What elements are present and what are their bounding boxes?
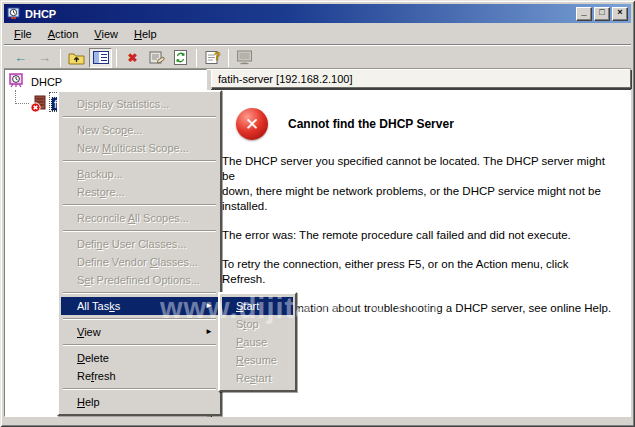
menu-item-all-tasks[interactable]: All Tasks► (61, 297, 218, 315)
show-hide-console-tree-icon[interactable] (89, 48, 112, 68)
menu-help[interactable]: Help (126, 25, 165, 43)
submenu-item-pause: Pause (222, 333, 293, 351)
menu-item-display-statistics: Display Statistics... (61, 95, 218, 113)
toolbar-separator (60, 49, 61, 67)
menu-separator (63, 230, 216, 232)
tree-root-label: DHCP (28, 75, 65, 89)
menu-separator (63, 160, 216, 162)
menu-item-new-multicast-scope: New Multicast Scope... (61, 139, 218, 157)
menu-separator (63, 204, 216, 206)
tree-node-dhcp-root[interactable]: DHCP (8, 73, 65, 90)
menu-item-backup: Backup... (61, 165, 218, 183)
menu-item-refresh[interactable]: Refresh (61, 367, 218, 385)
error-icon: ✕ (236, 108, 268, 140)
menu-separator (63, 292, 216, 294)
forward-icon: → (33, 48, 56, 68)
menu-item-restore: Restore... (61, 183, 218, 201)
minimize-button[interactable]: _ (576, 7, 592, 21)
menu-bar: File Action View Help (4, 23, 631, 45)
submenu-item-resume: Resume (222, 351, 293, 369)
menu-item-define-user-classes: Define User Classes... (61, 235, 218, 253)
menu-item-new-scope: New Scope... (61, 121, 218, 139)
menu-item-view[interactable]: View► (61, 323, 218, 341)
toolbar-separator (228, 49, 229, 67)
submenu-item-start[interactable]: Start (222, 297, 293, 315)
error-paragraph: To retry the connection, either press F5… (222, 257, 619, 287)
title-bar: DHCP _ □ × (4, 4, 631, 23)
delete-icon[interactable]: ✖ (121, 48, 144, 68)
menu-separator (63, 318, 216, 320)
menu-item-help[interactable]: Help (61, 393, 218, 411)
menu-action[interactable]: Action (40, 25, 87, 43)
tree-connector (15, 103, 29, 104)
back-icon[interactable]: ← (9, 48, 32, 68)
svg-text:?: ? (214, 50, 221, 62)
maximize-button[interactable]: □ (594, 7, 610, 21)
dhcp-console-window: DHCP _ □ × File Action View Help ← → (0, 0, 635, 427)
server-error-icon (30, 95, 48, 113)
export-list-icon (233, 48, 256, 68)
menu-separator (63, 388, 216, 390)
up-one-level-icon[interactable] (65, 48, 88, 68)
toolbar-separator (196, 49, 197, 67)
submenu-arrow-icon: ► (205, 323, 213, 341)
properties-icon[interactable] (145, 48, 168, 68)
submenu-item-restart: Restart (222, 369, 293, 387)
dhcp-root-icon (8, 73, 25, 90)
all-tasks-submenu: Start Stop Pause Resume Restart (218, 292, 297, 392)
error-title-row: ✕ Cannot find the DHCP Server (236, 108, 619, 140)
menu-item-define-vendor-classes: Define Vendor Classes... (61, 253, 218, 271)
menu-separator (63, 344, 216, 346)
menu-view[interactable]: View (86, 25, 126, 43)
error-title: Cannot find the DHCP Server (288, 117, 454, 131)
close-button[interactable]: × (612, 7, 628, 21)
menu-item-delete[interactable]: Delete (61, 349, 218, 367)
submenu-item-stop: Stop (222, 315, 293, 333)
result-pane-header: fatih-server [192.168.2.100] (211, 69, 631, 88)
toolbar: ← → ✖ (4, 47, 631, 69)
menu-item-set-predefined-options: Set Predefined Options... (61, 271, 218, 289)
error-paragraph: The DHCP server you specified cannot be … (222, 154, 619, 214)
error-paragraph: The error was: The remote procedure call… (222, 228, 619, 243)
submenu-arrow-icon: ► (205, 297, 213, 315)
toolbar-separator (116, 49, 117, 67)
menu-file[interactable]: File (6, 25, 40, 43)
menu-separator (63, 116, 216, 118)
menu-item-reconcile-all-scopes: Reconcile All Scopes... (61, 209, 218, 227)
tree-connector (15, 90, 16, 104)
window-title: DHCP (25, 8, 574, 20)
help-topics-icon[interactable]: ? (201, 48, 224, 68)
context-menu: Display Statistics... New Scope... New M… (57, 90, 222, 416)
dhcp-app-icon (7, 7, 21, 21)
refresh-icon[interactable] (169, 48, 192, 68)
